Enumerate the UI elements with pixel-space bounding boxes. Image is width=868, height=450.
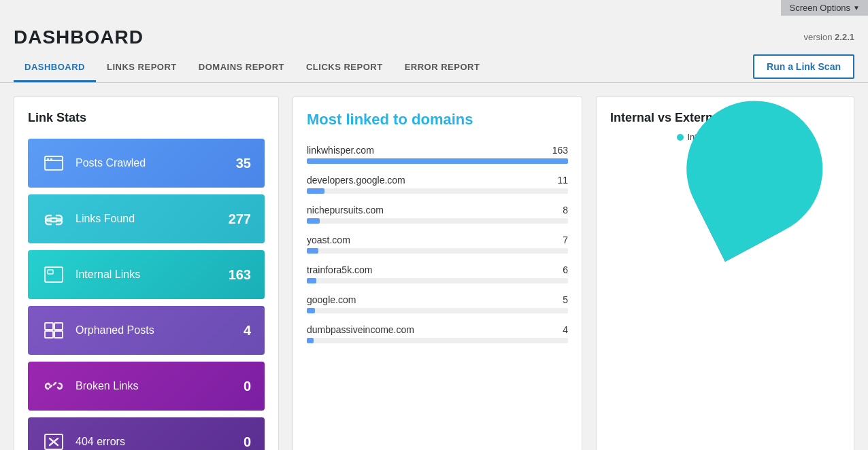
svg-rect-3 [50,158,52,160]
link-stats-title: Link Stats [28,111,265,125]
domain-count: 11 [557,175,568,186]
domains-panel: Most linked to domains linkwhisper.com 1… [293,97,582,450]
domain-bar-fill [307,338,314,343]
404-errors-label: 404 errors [76,436,125,448]
screen-options-button[interactable]: Screen Options ▼ [781,0,868,16]
internal-legend-dot [677,134,684,141]
domain-count: 4 [563,324,568,335]
broken-links-value: 0 [244,379,251,394]
pie-container: 163 114 [610,153,840,370]
domain-row: yoast.com 7 [307,235,568,254]
domain-bar-fill [307,278,316,283]
domain-bar-bg [307,248,568,254]
main-content: Link Stats Posts Crawled 35 [0,83,868,450]
domains-title-prefix: Most linked to [307,111,412,128]
tab-clicks-report[interactable]: CLICKS REPORT [295,54,394,82]
run-scan-button[interactable]: Run a Link Scan [753,54,854,79]
domain-bar-fill [307,158,568,164]
domains-title-highlight: domains [412,111,473,128]
domain-name: yoast.com [307,235,350,245]
domain-name: developers.google.com [307,175,405,186]
svg-rect-9 [54,331,63,338]
tab-error-report[interactable]: ERROR REPORT [394,54,491,82]
stat-card-links[interactable]: Links Found 277 [28,194,265,243]
domain-count: 7 [563,235,568,245]
posts-crawled-value: 35 [236,156,251,171]
domain-row: linkwhisper.com 163 [307,145,568,164]
domain-count: 8 [563,205,568,215]
svg-rect-7 [54,323,63,330]
404-errors-value: 0 [244,434,251,450]
svg-rect-5 [48,270,53,274]
domains-title: Most linked to domains [307,111,568,128]
domain-bar-fill [307,188,324,194]
pie-chart-panel: Internal vs External links Internal Exte… [596,97,854,450]
domain-row: trainfora5k.com 6 [307,264,568,283]
domain-bar-bg [307,158,568,164]
svg-rect-2 [47,158,49,160]
internal-links-label: Internal Links [76,269,140,281]
pie-internal-label: 163 [740,273,758,284]
posts-crawled-icon [41,151,66,175]
svg-rect-4 [45,267,63,282]
domain-bar-bg [307,218,568,224]
version-text: version 2.2.1 [804,27,854,42]
page-title: DASHBOARD [14,27,144,48]
broken-links-label: Broken Links [76,380,139,392]
tab-dashboard[interactable]: DASHBOARD [14,54,96,82]
nav-tabs: DASHBOARD LINKS REPORT DOMAINS REPORT CL… [0,54,868,83]
domain-count: 163 [552,145,568,156]
domain-bar-bg [307,308,568,313]
stat-card-orphaned[interactable]: Orphaned Posts 4 [28,306,265,355]
domain-name: trainfora5k.com [307,264,372,275]
domain-name: dumbpassiveincome.com [307,324,414,335]
pie-chart-svg: 163 114 [623,160,827,364]
domain-bar-bg [307,338,568,343]
screen-options-arrow: ▼ [853,4,860,12]
links-found-icon [41,207,66,231]
domain-name: linkwhisper.com [307,145,374,156]
domain-name: google.com [307,294,356,305]
domain-count: 5 [563,294,568,305]
links-found-value: 277 [229,211,251,227]
404-errors-icon [41,430,66,450]
pie-external-label: 114 [686,242,704,254]
stat-card-posts[interactable]: Posts Crawled 35 [28,139,265,188]
domain-bar-fill [307,218,320,224]
links-found-label: Links Found [76,213,135,225]
stat-card-internal[interactable]: Internal Links 163 [28,250,265,299]
domain-row: nichepursuits.com 8 [307,205,568,224]
stat-card-404[interactable]: 404 errors 0 [28,417,265,450]
tab-domains-report[interactable]: DOMAINS REPORT [188,54,295,82]
internal-links-icon [41,262,66,287]
posts-crawled-label: Posts Crawled [76,157,146,169]
domain-bar-bg [307,188,568,194]
orphaned-posts-value: 4 [244,323,251,339]
domain-row: google.com 5 [307,294,568,313]
domain-list: linkwhisper.com 163 developers.google.co… [307,145,568,343]
stat-card-broken[interactable]: Broken Links 0 [28,362,265,411]
tab-links-report[interactable]: LINKS REPORT [96,54,188,82]
domain-bar-fill [307,308,315,313]
domain-row: dumbpassiveincome.com 4 [307,324,568,343]
svg-rect-6 [45,323,53,330]
internal-links-value: 163 [229,267,251,283]
orphaned-posts-icon [41,318,66,343]
link-stats-panel: Link Stats Posts Crawled 35 [14,97,279,450]
domain-row: developers.google.com 11 [307,175,568,194]
domain-bar-bg [307,278,568,283]
domain-bar-fill [307,248,318,254]
orphaned-posts-label: Orphaned Posts [76,324,154,336]
domain-name: nichepursuits.com [307,205,384,215]
svg-rect-8 [45,331,53,338]
domain-count: 6 [563,264,568,275]
screen-options-label: Screen Options [789,3,850,13]
broken-links-icon [41,374,66,398]
